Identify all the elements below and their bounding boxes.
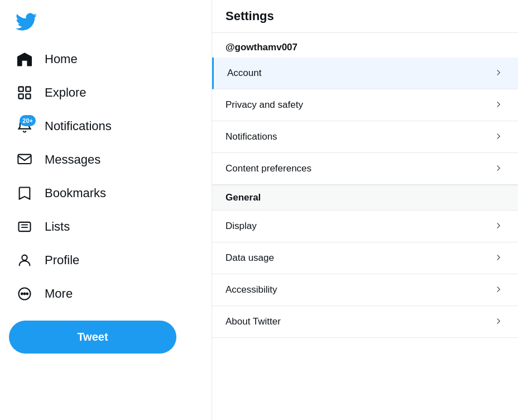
sidebar-item-label-profile: Profile (45, 253, 79, 268)
lists-icon (16, 218, 33, 236)
sidebar-item-lists[interactable]: Lists (9, 211, 203, 242)
svg-point-12 (26, 293, 28, 295)
settings-item-label-data: Data usage (226, 252, 274, 264)
general-section-title: General (212, 185, 518, 211)
sidebar-item-messages[interactable]: Messages (9, 144, 203, 175)
sidebar-item-explore[interactable]: Explore (9, 77, 203, 108)
chevron-right-icon (493, 221, 505, 232)
svg-rect-5 (19, 222, 31, 231)
sidebar-item-profile[interactable]: Profile (9, 245, 203, 276)
settings-item-label-notifications: Notifications (226, 131, 277, 142)
sidebar-item-label-home: Home (45, 52, 78, 66)
chevron-right-icon (493, 99, 505, 111)
sidebar-item-label-lists: Lists (45, 219, 70, 234)
sidebar-item-label-bookmarks: Bookmarks (45, 186, 106, 201)
sidebar-item-home[interactable]: Home (9, 44, 203, 75)
twitter-logo (9, 7, 203, 44)
settings-item-content[interactable]: Content preferences (212, 153, 518, 185)
chevron-right-icon (493, 131, 505, 142)
settings-header: Settings (212, 0, 518, 33)
chevron-right-icon (493, 316, 505, 327)
settings-item-account[interactable]: Account (212, 58, 518, 89)
sidebar-item-label-more: More (45, 287, 73, 301)
settings-title: Settings (226, 9, 505, 23)
svg-rect-1 (26, 87, 30, 92)
bookmarks-icon (16, 184, 33, 202)
svg-point-11 (24, 293, 26, 295)
settings-username: @gowthamv007 (212, 33, 518, 58)
settings-item-label-accessibility: Accessibility (226, 284, 277, 295)
chevron-right-icon (493, 68, 505, 79)
sidebar-item-notifications[interactable]: 20+ Notifications (9, 111, 203, 142)
settings-item-accessibility[interactable]: Accessibility (212, 274, 518, 306)
settings-item-label-about: About Twitter (226, 316, 281, 327)
sidebar-item-label-explore: Explore (45, 85, 87, 100)
sidebar-item-label-notifications: Notifications (45, 119, 112, 133)
settings-item-label-display: Display (226, 221, 257, 232)
sidebar: Home Explore 20+ N (0, 0, 212, 420)
svg-point-10 (21, 293, 23, 295)
chevron-right-icon (493, 252, 505, 264)
sidebar-item-bookmarks[interactable]: Bookmarks (9, 178, 203, 209)
settings-item-privacy[interactable]: Privacy and safety (212, 89, 518, 121)
sidebar-item-label-messages: Messages (45, 152, 100, 167)
svg-point-8 (22, 255, 27, 260)
more-icon (16, 285, 33, 303)
settings-item-label-account: Account (227, 68, 261, 79)
settings-panel: Settings @gowthamv007 Account Privacy an… (212, 0, 518, 420)
tweet-button[interactable]: Tweet (9, 321, 176, 354)
settings-item-about[interactable]: About Twitter (212, 306, 518, 338)
chevron-right-icon (493, 284, 505, 295)
settings-item-label-privacy: Privacy and safety (226, 99, 303, 111)
svg-rect-3 (26, 94, 30, 98)
explore-icon (16, 84, 33, 102)
chevron-right-icon (493, 163, 505, 174)
profile-icon (16, 251, 33, 269)
svg-rect-4 (18, 155, 31, 164)
settings-item-display[interactable]: Display (212, 211, 518, 242)
sidebar-item-more[interactable]: More (9, 278, 203, 309)
notifications-badge: 20+ (20, 115, 36, 126)
home-icon (16, 50, 33, 68)
messages-icon (16, 151, 33, 169)
svg-rect-2 (19, 94, 23, 98)
settings-item-notifications[interactable]: Notifications (212, 121, 518, 153)
notifications-icon: 20+ (16, 117, 33, 135)
svg-rect-0 (19, 87, 23, 92)
settings-item-data[interactable]: Data usage (212, 242, 518, 274)
settings-item-label-content: Content preferences (226, 163, 311, 174)
